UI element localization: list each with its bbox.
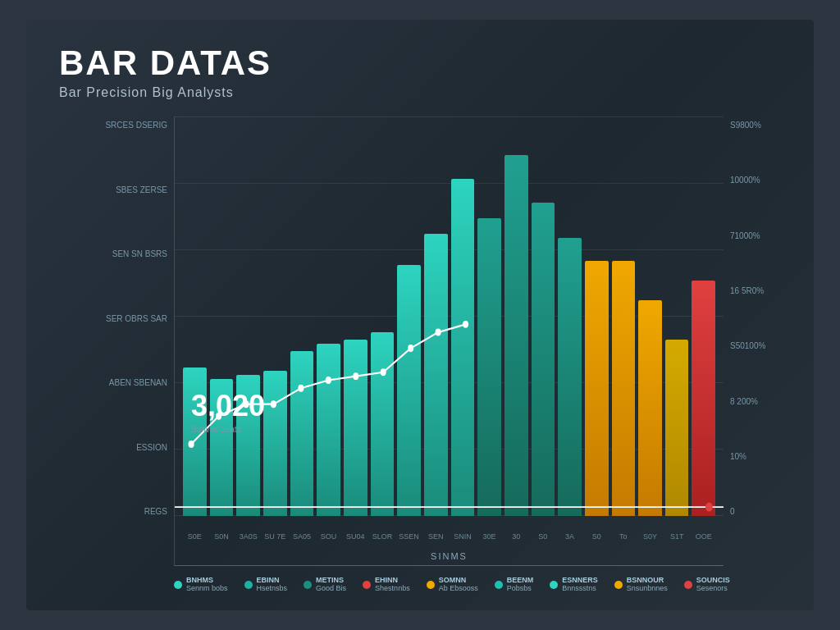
bar (397, 265, 421, 516)
value-display-box: 3,020 Surivos 2eats (191, 389, 265, 434)
y-label-left: SEN SN BSRS (59, 249, 174, 259)
bar (638, 300, 662, 516)
y-label-right: 8 200% (724, 397, 781, 407)
bar-group (424, 234, 448, 516)
y-label-left: ABEN SBENAN (59, 378, 174, 388)
legend-text: SOUNCISSesenors (696, 576, 730, 594)
x-label: S1T (665, 532, 689, 541)
legend-item: BSNNOURSnsunbnnes (614, 576, 668, 594)
y-label-right: 0 (724, 507, 781, 517)
bar-group (477, 218, 501, 516)
y-label-left: SER OBRS SAR (59, 314, 174, 324)
legend-dot (304, 581, 312, 589)
x-label: SA05 (290, 532, 314, 541)
x-label: S0E (183, 532, 207, 541)
x-label: To (612, 532, 636, 541)
y-label-right: 10000% (724, 176, 781, 185)
legend-item: ESNNERSBnnssstns (550, 576, 598, 594)
bar (424, 234, 448, 516)
bar (692, 281, 715, 516)
x-label: SOU (317, 532, 340, 541)
bar (371, 332, 395, 517)
bar-group (451, 179, 475, 516)
bar-group (558, 238, 582, 517)
bar-group (612, 261, 636, 516)
y-label-right: S50100% (724, 341, 781, 351)
x-label: S0 (585, 532, 609, 541)
sub-title: Bar Precision Big Analysts (59, 85, 781, 100)
bar-group (290, 351, 314, 516)
legend-dot (684, 581, 692, 589)
legend-item: BEENMPobsbs (495, 576, 534, 594)
bar (612, 261, 636, 516)
x-label: SSEN (397, 532, 421, 541)
y-label-left: ESSION (59, 443, 174, 453)
bar-group (638, 300, 662, 516)
bar (532, 203, 555, 517)
y-axis-right: S9800%10000%71000%16 5R0%S50100%8 200%10… (724, 116, 781, 566)
bar (477, 218, 501, 516)
legend-text: BEENMPobsbs (507, 576, 534, 594)
bar (263, 371, 287, 516)
x-label: SEN (424, 532, 448, 541)
bar-group (504, 155, 528, 516)
x-label: 30E (477, 532, 501, 541)
bar-group (344, 340, 368, 516)
legend-text: ESNNERSBnnssstns (562, 576, 598, 594)
legend-text: SOMNNAb Ebsooss (439, 576, 478, 594)
x-label: 3A (558, 532, 582, 541)
x-label: 3A0S (236, 532, 260, 541)
legend-text: BSNNOURSnsunbnnes (627, 576, 668, 594)
y-label-right: 71000% (724, 231, 781, 241)
legend-text: BNHMSSennm bobs (186, 576, 228, 594)
bar-group (665, 340, 689, 516)
y-axis-left: SRCES DSERIGSBES ZERSESEN SN BSRSSER OBR… (59, 116, 174, 566)
y-label-right: 10% (724, 452, 781, 462)
bar-group (371, 332, 395, 517)
x-label: S0Y (638, 532, 662, 541)
x-label: SU04 (344, 532, 368, 541)
value-sub: Surivos 2eats (191, 425, 265, 434)
legend: BNHMSSennm bobsEBINNHsetnsbsMETINSGood B… (59, 569, 781, 594)
x-label: SU 7E (263, 532, 287, 541)
y-label-right: S9800% (724, 121, 781, 130)
x-label: S0 (532, 532, 555, 541)
x-axis: S0ES0N3A0SSU 7ESA05SOUSU04SLORSSENSENSNI… (175, 532, 724, 541)
bar-group (532, 203, 555, 517)
chart-area: SRCES DSERIGSBES ZERSESEN SN BSRSSER OBR… (59, 116, 781, 566)
x-axis-title: SINMS (431, 551, 468, 561)
y-label-left: REGS (59, 507, 174, 517)
x-label: 30 (504, 532, 528, 541)
main-title: BAR DATAS (59, 44, 781, 82)
legend-item: SOMNNAb Ebsooss (427, 576, 478, 594)
legend-item: METINSGood Bis (304, 576, 346, 594)
legend-text: EHINNShestnnbs (375, 576, 410, 594)
bar-group (692, 281, 715, 516)
x-label: OOE (692, 532, 715, 541)
x-label: S0N (210, 532, 234, 541)
bars-container (175, 116, 724, 516)
bar-group (263, 371, 287, 516)
legend-dot (550, 581, 558, 589)
y-label-left: SBES ZERSE (59, 185, 174, 195)
legend-text: METINSGood Bis (316, 576, 346, 594)
bar-group (397, 265, 421, 516)
legend-dot (427, 581, 435, 589)
bar (558, 238, 582, 517)
bar-group (317, 344, 340, 516)
legend-item: BNHMSSennm bobs (174, 576, 228, 594)
x-label: SLOR (371, 532, 395, 541)
bar-group (585, 261, 609, 516)
title-section: BAR DATAS Bar Precision Big Analysts (59, 44, 781, 100)
bar (344, 340, 368, 516)
bar (451, 179, 475, 516)
bar (585, 261, 609, 516)
y-label-left: SRCES DSERIG (59, 121, 174, 130)
slide-container: BAR DATAS Bar Precision Big Analysts SRC… (26, 20, 814, 610)
legend-item: SOUNCISSesenors (684, 576, 730, 594)
legend-dot (244, 581, 253, 589)
bar (504, 155, 528, 516)
legend-dot (495, 581, 503, 589)
legend-item: EHINNShestnnbs (363, 576, 410, 594)
y-label-right: 16 5R0% (724, 286, 781, 296)
